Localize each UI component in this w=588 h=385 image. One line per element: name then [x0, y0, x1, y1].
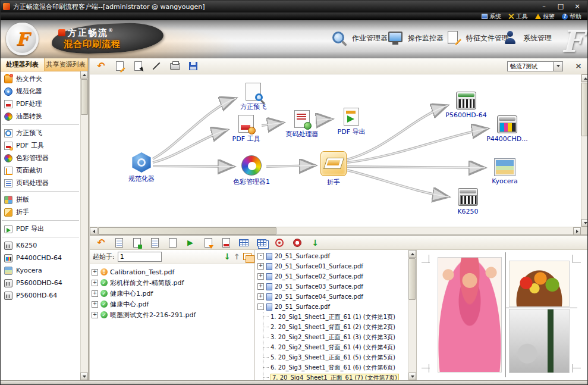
job-manager-button[interactable]: 作业管理器 [331, 30, 388, 46]
node-fold[interactable]: 折手 [311, 151, 356, 187]
surface-scrollbar[interactable] [408, 250, 416, 380]
expand-toggle[interactable]: + [92, 290, 98, 297]
sidebar-item-pdf-export[interactable]: PDF 导出 [1, 223, 80, 235]
export-job-button[interactable] [202, 236, 215, 249]
menu-help[interactable]: ? 帮助 [562, 12, 581, 21]
expand-toggle[interactable]: + [257, 293, 264, 300]
workflow-combo-dropdown-button[interactable] [554, 61, 563, 71]
node-pdf-export[interactable]: PDF 导出 [329, 107, 374, 136]
sidebar-item-color-manager[interactable]: 色彩管理器 [1, 152, 80, 164]
new-job-button[interactable] [112, 236, 125, 249]
node-p5600hd[interactable]: P5600HD-64 [444, 90, 489, 119]
sidebar-item-impose[interactable]: 拼版 [1, 193, 80, 206]
expand-toggle[interactable]: + [257, 283, 264, 290]
file-row[interactable]: + ✓ 彩机样前文件-精简版.pdf [92, 277, 253, 288]
target-button[interactable] [273, 236, 286, 249]
record-button[interactable] [291, 236, 304, 249]
pdf-report-button[interactable] [219, 236, 232, 249]
expand-toggle[interactable]: + [92, 312, 98, 318]
expand-toggle[interactable]: + [92, 301, 98, 308]
surface-row[interactable]: - 20_51_Surface.pdf [257, 302, 408, 312]
expand-toggle[interactable]: + [92, 280, 98, 286]
file-row[interactable]: + ✓ 喷墨测试文件2-216-291.pdf [92, 309, 253, 320]
scrollbar-thumb[interactable] [81, 79, 88, 115]
sidebar-item-k6250[interactable]: K6250 [1, 239, 80, 252]
canvas-vertical-scrollbar[interactable] [581, 74, 588, 227]
file-row[interactable]: + ✓ 健康中心.pdf [92, 299, 253, 309]
tab-processor-list[interactable]: 处理器列表 [1, 58, 45, 71]
node-k6250[interactable]: K6250 [445, 187, 490, 215]
scroll-down-button[interactable] [408, 373, 416, 380]
node-preflight[interactable]: 方正预飞 [231, 82, 276, 111]
move-up-icon[interactable]: ↑ [234, 253, 240, 261]
page-row[interactable]: 1. 20_Sig1_Sheet1_正面_61 (1) (文件第1页) [263, 312, 408, 322]
node-page-number[interactable]: 页码处理器 [279, 109, 325, 139]
undo-button[interactable]: ↶ [95, 236, 108, 249]
expand-toggle[interactable]: + [257, 273, 264, 280]
table-compare-button[interactable] [255, 236, 268, 249]
undo-button[interactable]: ↶ [95, 60, 108, 73]
scroll-up-button[interactable] [581, 74, 588, 82]
page-row[interactable]: 6. 20_Sig3_Sheet1_背面_61 (6) (文件第6页) [263, 362, 408, 373]
node-normalizer[interactable]: 规范化器 [119, 152, 164, 183]
menu-alarm[interactable]: 报警 [535, 12, 555, 21]
surface-row[interactable]: + 20_51_Surface04_Surface.pdf [257, 292, 408, 302]
node-p4400chd[interactable]: P4400CHD... [485, 114, 530, 143]
tab-shared-resources[interactable]: 共享资源列表 [45, 58, 89, 71]
pages-icon[interactable] [243, 253, 251, 260]
open-job-button[interactable] [130, 236, 143, 249]
minimize-button[interactable]: – [536, 2, 552, 11]
select-tool-button[interactable] [131, 60, 144, 73]
workflow-combo-value[interactable]: 畅流7测试 [507, 61, 554, 71]
workflow-canvas[interactable]: 规范化器 方正预飞 PDF 工具 页码处理器 PDF 导出 色彩管理器1 折手 [90, 74, 581, 227]
scroll-up-button[interactable] [408, 250, 416, 258]
sidebar-item-preflight[interactable]: 方正预飞 [1, 127, 80, 139]
print-button[interactable] [168, 60, 181, 73]
operation-monitor-button[interactable]: 操作监控器 [387, 30, 444, 46]
maximize-button[interactable]: □ [553, 2, 568, 11]
surface-row[interactable]: + 20_51_Surface01_Surface.pdf [257, 261, 408, 271]
sidebar-item-pdf-tool[interactable]: PDF 工具 [1, 139, 80, 152]
page-row[interactable]: 3. 20_Sig2_Sheet1_正面_61 (3) (文件第3页) [263, 332, 408, 342]
file-row[interactable]: + ✓ 健康中心1.pdf [92, 288, 253, 299]
scroll-down-button[interactable] [581, 219, 588, 227]
page-row-selected[interactable]: 7. 20_Sig4_Sheet1_正面_61 (7) (文件第7页) [263, 373, 408, 380]
sidebar-item-hot-folder[interactable]: 热文件夹 [1, 73, 80, 85]
new-workflow-button[interactable] [113, 60, 126, 73]
sidebar-item-page-crop[interactable]: 页面裁切 [1, 164, 80, 177]
sidebar-item-pdf-process[interactable]: PDF处理 [1, 98, 80, 110]
scrollbar-thumb[interactable] [98, 227, 276, 234]
surface-row[interactable]: - 20_51_Surface.pdf [257, 251, 408, 261]
move-down-icon[interactable]: ↓ [224, 252, 231, 261]
scrollbar-thumb[interactable] [408, 258, 416, 300]
scroll-up-button[interactable] [80, 71, 88, 79]
scroll-down-button[interactable] [80, 373, 88, 380]
page-row[interactable]: 4. 20_Sig2_Sheet1_背面_61 (4) (文件第4页) [263, 342, 408, 352]
system-manager-button[interactable]: 系统管理 [502, 30, 552, 46]
node-pdf-tool[interactable]: PDF 工具 [224, 114, 269, 143]
save-workflow-button[interactable] [187, 60, 200, 73]
sidebar-item-ink-convert[interactable]: 油墨转换 [1, 110, 80, 123]
start-page-input[interactable] [118, 252, 162, 262]
node-color-manager[interactable]: 色彩管理器1 [229, 155, 274, 186]
sidebar-item-page-number[interactable]: 页码处理器 [1, 177, 80, 189]
page-row[interactable]: 2. 20_Sig1_Sheet1_背面_61 (2) (文件第2页) [263, 322, 408, 332]
menu-tools[interactable]: 工具 [508, 12, 528, 21]
expand-toggle[interactable]: + [92, 269, 98, 276]
sidebar-item-p4400chd[interactable]: P4400CHD-64 [1, 252, 80, 264]
sidebar-item-fold[interactable]: 折手 [1, 206, 80, 218]
link-tool-button[interactable] [150, 60, 163, 73]
sidebar-scrollbar[interactable] [80, 71, 88, 380]
profile-manager-button[interactable]: 特征文件管理 [445, 30, 509, 46]
scrollbar-thumb[interactable] [581, 83, 588, 136]
start-job-button[interactable]: ▶ [184, 236, 197, 249]
node-kyocera[interactable]: Kyocera [482, 157, 527, 185]
expand-toggle[interactable]: - [257, 303, 264, 310]
surface-row[interactable]: + 20_51_Surface02_Surface.pdf [257, 271, 408, 281]
view-job-button[interactable] [148, 236, 161, 249]
surface-row[interactable]: + 20_51_Surface03_Surface.pdf [257, 281, 408, 292]
menu-system[interactable]: 系统 [482, 12, 501, 21]
close-button[interactable]: × [570, 2, 585, 11]
workflow-close-button[interactable]: × [573, 61, 584, 71]
sidebar-item-kyocera[interactable]: Kyocera [1, 264, 80, 277]
